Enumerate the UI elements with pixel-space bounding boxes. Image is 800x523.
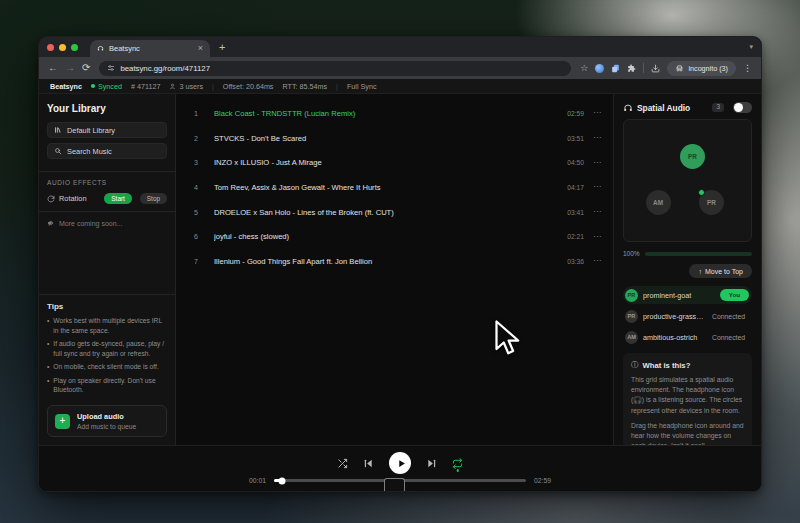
default-library-button[interactable]: Default Library	[47, 122, 167, 138]
user-row[interactable]: PR productive-grassho... Connected	[623, 307, 752, 325]
statusbar-divider: |	[212, 82, 214, 91]
track-number: 5	[194, 209, 204, 216]
tip-item: •On mobile, check silent mode is off.	[47, 362, 167, 372]
track-menu-icon[interactable]: ⋯	[593, 109, 601, 117]
room-number[interactable]: # 471127	[131, 82, 160, 91]
rotation-stop-button[interactable]: Stop	[140, 193, 167, 204]
library-heading: Your Library	[47, 103, 167, 114]
user-row[interactable]: AM ambitious-ostrich Connected	[623, 328, 752, 346]
forward-icon[interactable]: →	[65, 63, 75, 73]
repeat-active-dot	[456, 469, 459, 472]
track-row[interactable]: 2 STVCKS - Don't Be Scared 03:51 ⋯	[194, 126, 601, 151]
bookmark-star-icon[interactable]: ☆	[580, 63, 588, 73]
sync-dot-icon	[91, 84, 95, 88]
you-badge: You	[720, 289, 749, 300]
track-row[interactable]: 6 joyful - chess (slowed) 02:21 ⋯	[194, 224, 601, 249]
track-number: 3	[194, 159, 204, 166]
next-track-button[interactable]	[426, 458, 437, 469]
track-row[interactable]: 1 Black Coast - TRNDSTTR (Lucian Remix) …	[194, 101, 601, 126]
tip-item: •Works best with multiple devices IRL in…	[47, 316, 167, 335]
track-menu-icon[interactable]: ⋯	[593, 208, 601, 216]
browser-menu-icon[interactable]: ⋮	[743, 63, 752, 73]
downloads-icon[interactable]	[651, 64, 660, 73]
sidebar-divider	[39, 171, 175, 172]
track-row[interactable]: 7 Illenium - Good Things Fall Apart ft. …	[194, 249, 601, 274]
track-menu-icon[interactable]: ⋯	[593, 183, 601, 191]
window-zoom-button[interactable]	[71, 44, 78, 51]
player-bar: 00:01 02:59	[39, 445, 761, 491]
tab-title: Beatsync	[109, 44, 193, 53]
spatial-node-peer[interactable]: AM	[646, 190, 671, 215]
incognito-badge[interactable]: incognito (3)	[667, 61, 736, 76]
track-duration: 03:36	[567, 258, 584, 265]
app-status-bar: Beatsync Synced # 471127 3 users | Offse…	[39, 79, 761, 94]
window-close-button[interactable]	[47, 44, 54, 51]
tab-favicon-icon	[97, 45, 104, 52]
track-number: 7	[194, 258, 204, 265]
extensions-puzzle-icon[interactable]	[627, 64, 636, 73]
spatial-audio-title: Spatial Audio	[637, 103, 690, 113]
repeat-button[interactable]	[452, 458, 463, 469]
upload-audio-button[interactable]: + Upload audio Add music to queue	[47, 405, 167, 437]
window-controls	[47, 44, 78, 51]
avatar: PR	[625, 289, 638, 302]
track-row[interactable]: 5 DROELOE x San Holo - Lines of the Brok…	[194, 200, 601, 225]
total-time: 02:59	[534, 477, 551, 484]
browser-window: Beatsync × + ▾ ← → ⟳ beatsync.gg/room/47…	[38, 36, 762, 492]
default-library-label: Default Library	[67, 126, 115, 135]
shuffle-button[interactable]	[337, 458, 348, 469]
play-button[interactable]	[389, 452, 411, 474]
tips-heading: Tips	[47, 302, 167, 311]
track-title: STVCKS - Don't Be Scared	[214, 134, 557, 143]
track-menu-icon[interactable]: ⋯	[593, 257, 601, 265]
new-tab-button[interactable]: +	[219, 42, 225, 53]
track-menu-icon[interactable]: ⋯	[593, 233, 601, 241]
move-to-top-button[interactable]: ↑ Move to Top	[689, 264, 752, 278]
incognito-icon	[675, 64, 684, 73]
tab-close-icon[interactable]: ×	[198, 44, 203, 53]
extension-icon[interactable]	[595, 64, 604, 73]
track-number: 1	[194, 110, 204, 117]
rtt-value: RTT: 85.54ms	[282, 82, 327, 91]
track-menu-icon[interactable]: ⋯	[593, 159, 601, 167]
rotation-start-button[interactable]: Start	[104, 193, 132, 204]
search-music-label: Search Music	[67, 147, 112, 156]
megaphone-icon	[47, 219, 55, 227]
track-menu-icon[interactable]: ⋯	[593, 134, 601, 142]
reload-icon[interactable]: ⟳	[82, 63, 90, 73]
spatial-audio-toggle[interactable]	[733, 102, 752, 113]
track-title: INZO x ILLUSIO - Just A Mirage	[214, 158, 557, 167]
avatar: AM	[625, 331, 638, 344]
sync-status: Synced	[91, 82, 122, 91]
previous-track-button[interactable]	[363, 458, 374, 469]
sidebar-divider	[39, 211, 175, 212]
track-duration: 04:50	[567, 159, 584, 166]
window-minimize-button[interactable]	[59, 44, 66, 51]
track-title: Tom Reev, Assix & Jason Gewalt - Where I…	[214, 183, 557, 192]
users-count: 3 users	[169, 82, 203, 91]
address-bar[interactable]: beatsync.gg/room/471127	[99, 61, 571, 76]
tab-list-chevron-icon[interactable]: ▾	[749, 43, 753, 51]
browser-tab-beatsync[interactable]: Beatsync ×	[90, 40, 210, 57]
track-row[interactable]: 3 INZO x ILLUSIO - Just A Mirage 04:50 ⋯	[194, 150, 601, 175]
spatial-node-peer[interactable]: PR	[699, 190, 724, 215]
search-music-button[interactable]: Search Music	[47, 143, 167, 159]
url-text: beatsync.gg/room/471127	[120, 64, 210, 73]
user-row[interactable]: PR prominent-goat You	[623, 286, 752, 304]
spatial-grid[interactable]: PR AM PR	[623, 119, 752, 242]
upload-title: Upload audio	[77, 412, 136, 421]
incognito-label: incognito (3)	[688, 64, 728, 73]
seek-knob[interactable]	[278, 477, 285, 484]
online-dot	[698, 189, 705, 196]
site-settings-icon[interactable]	[107, 64, 115, 72]
tab-groups-icon[interactable]	[611, 64, 620, 73]
track-row[interactable]: 4 Tom Reev, Assix & Jason Gewalt - Where…	[194, 175, 601, 200]
spatial-node-self[interactable]: PR	[680, 144, 705, 169]
volume-bar[interactable]	[645, 252, 752, 256]
coming-soon-note: More coming soon...	[47, 219, 167, 227]
track-duration: 02:59	[567, 110, 584, 117]
user-name: prominent-goat	[643, 291, 715, 300]
back-icon[interactable]: ←	[48, 63, 58, 73]
track-number: 2	[194, 135, 204, 142]
full-sync-button[interactable]: Full Sync	[347, 82, 377, 91]
